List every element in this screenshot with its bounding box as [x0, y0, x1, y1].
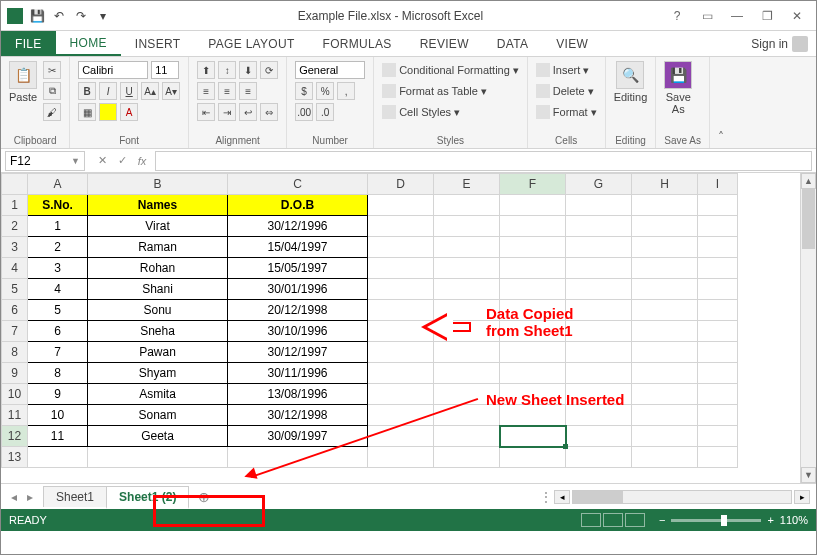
cell-C1[interactable]: D.O.B	[228, 195, 368, 216]
cell-C9[interactable]: 30/11/1996	[228, 363, 368, 384]
cell-D2[interactable]	[368, 216, 434, 237]
cell-G1[interactable]	[566, 195, 632, 216]
cell-I13[interactable]	[698, 447, 738, 468]
cell-I7[interactable]	[698, 321, 738, 342]
zoom-slider[interactable]	[671, 519, 761, 522]
decrease-decimal-button[interactable]: .0	[316, 103, 334, 121]
sheet-tab-sheet1-2[interactable]: Sheet1 (2)	[106, 486, 189, 509]
cell-C4[interactable]: 15/05/1997	[228, 258, 368, 279]
bold-button[interactable]: B	[78, 82, 96, 100]
cell-G6[interactable]	[566, 300, 632, 321]
cell-B2[interactable]: Virat	[88, 216, 228, 237]
cell-A7[interactable]: 6	[28, 321, 88, 342]
zoom-in-icon[interactable]: +	[767, 514, 773, 526]
row-header-1[interactable]: 1	[2, 195, 28, 216]
merge-button[interactable]: ⇔	[260, 103, 278, 121]
cell-I11[interactable]	[698, 405, 738, 426]
increase-indent-button[interactable]: ⇥	[218, 103, 236, 121]
cell-I3[interactable]	[698, 237, 738, 258]
cell-G4[interactable]	[566, 258, 632, 279]
cell-F4[interactable]	[500, 258, 566, 279]
cell-B10[interactable]: Asmita	[88, 384, 228, 405]
vertical-scrollbar[interactable]: ▲ ▼	[800, 173, 816, 483]
cell-F10[interactable]	[500, 384, 566, 405]
cell-B4[interactable]: Rohan	[88, 258, 228, 279]
close-icon[interactable]: ✕	[784, 6, 810, 26]
cell-I9[interactable]	[698, 363, 738, 384]
underline-button[interactable]: U	[120, 82, 138, 100]
cell-A10[interactable]: 9	[28, 384, 88, 405]
cell-A3[interactable]: 2	[28, 237, 88, 258]
cell-E2[interactable]	[434, 216, 500, 237]
cell-G8[interactable]	[566, 342, 632, 363]
cell-G10[interactable]	[566, 384, 632, 405]
align-center-button[interactable]: ≡	[218, 82, 236, 100]
cell-F3[interactable]	[500, 237, 566, 258]
cut-button[interactable]: ✂	[43, 61, 61, 79]
cell-D3[interactable]	[368, 237, 434, 258]
cell-H12[interactable]	[632, 426, 698, 447]
border-button[interactable]: ▦	[78, 103, 96, 121]
tab-file[interactable]: FILE	[1, 31, 56, 56]
fill-color-button[interactable]	[99, 103, 117, 121]
align-left-button[interactable]: ≡	[197, 82, 215, 100]
zoom-control[interactable]: − + 110%	[659, 514, 808, 526]
cancel-formula-icon[interactable]: ✕	[93, 152, 111, 170]
font-size-increase-button[interactable]: A▴	[141, 82, 159, 100]
cell-C6[interactable]: 20/12/1998	[228, 300, 368, 321]
cell-G9[interactable]	[566, 363, 632, 384]
cell-I10[interactable]	[698, 384, 738, 405]
increase-decimal-button[interactable]: .00	[295, 103, 313, 121]
align-right-button[interactable]: ≡	[239, 82, 257, 100]
column-header-B[interactable]: B	[88, 174, 228, 195]
column-header-A[interactable]: A	[28, 174, 88, 195]
column-header-G[interactable]: G	[566, 174, 632, 195]
cell-F13[interactable]	[500, 447, 566, 468]
cell-C10[interactable]: 13/08/1996	[228, 384, 368, 405]
cell-F12[interactable]	[500, 426, 566, 447]
redo-icon[interactable]: ↷	[73, 8, 89, 24]
cell-H13[interactable]	[632, 447, 698, 468]
cell-G13[interactable]	[566, 447, 632, 468]
tab-review[interactable]: REVIEW	[406, 31, 483, 56]
align-top-button[interactable]: ⬆	[197, 61, 215, 79]
save-as-button[interactable]: 💾Save As	[664, 61, 692, 115]
cell-A1[interactable]: S.No.	[28, 195, 88, 216]
row-header-13[interactable]: 13	[2, 447, 28, 468]
select-all-corner[interactable]	[2, 174, 28, 195]
cell-D1[interactable]	[368, 195, 434, 216]
collapse-ribbon-icon[interactable]: ˄	[710, 57, 732, 148]
column-header-C[interactable]: C	[228, 174, 368, 195]
normal-view-icon[interactable]	[581, 513, 601, 527]
row-header-3[interactable]: 3	[2, 237, 28, 258]
cell-B13[interactable]	[88, 447, 228, 468]
orientation-button[interactable]: ⟳	[260, 61, 278, 79]
editing-button[interactable]: 🔍Editing	[614, 61, 648, 103]
font-size-decrease-button[interactable]: A▾	[162, 82, 180, 100]
cell-B12[interactable]: Geeta	[88, 426, 228, 447]
cell-H8[interactable]	[632, 342, 698, 363]
cell-H9[interactable]	[632, 363, 698, 384]
cell-E12[interactable]	[434, 426, 500, 447]
decrease-indent-button[interactable]: ⇤	[197, 103, 215, 121]
cell-A8[interactable]: 7	[28, 342, 88, 363]
row-header-8[interactable]: 8	[2, 342, 28, 363]
page-layout-view-icon[interactable]	[603, 513, 623, 527]
font-color-button[interactable]: A	[120, 103, 138, 121]
cell-E9[interactable]	[434, 363, 500, 384]
cell-B7[interactable]: Sneha	[88, 321, 228, 342]
scroll-thumb[interactable]	[802, 189, 815, 249]
cell-C5[interactable]: 30/01/1996	[228, 279, 368, 300]
cell-F8[interactable]	[500, 342, 566, 363]
format-as-table-button[interactable]: Format as Table ▾	[382, 82, 519, 100]
tab-page-layout[interactable]: PAGE LAYOUT	[194, 31, 308, 56]
cell-A11[interactable]: 10	[28, 405, 88, 426]
row-header-6[interactable]: 6	[2, 300, 28, 321]
cell-B8[interactable]: Pawan	[88, 342, 228, 363]
tab-insert[interactable]: INSERT	[121, 31, 195, 56]
zoom-level[interactable]: 110%	[780, 514, 808, 526]
cell-G5[interactable]	[566, 279, 632, 300]
cell-A2[interactable]: 1	[28, 216, 88, 237]
sheet-nav-next-icon[interactable]: ▸	[23, 490, 37, 504]
tab-home[interactable]: HOME	[56, 31, 121, 56]
